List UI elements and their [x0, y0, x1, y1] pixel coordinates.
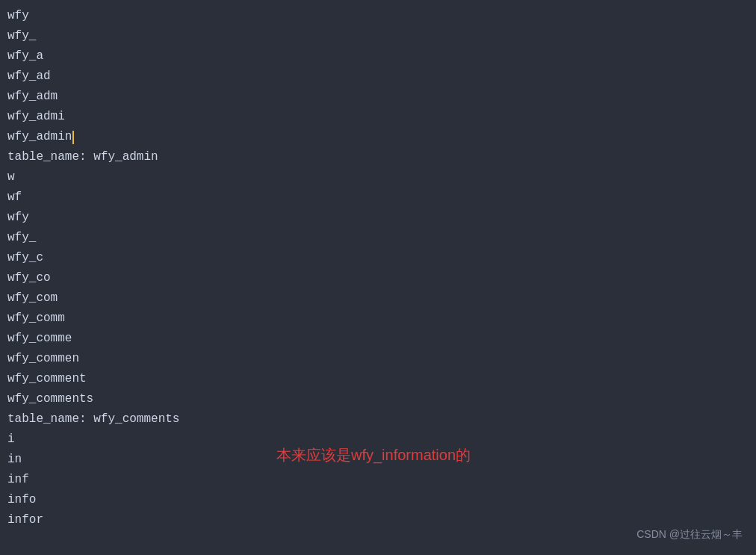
- terminal-line: wfy: [7, 208, 749, 228]
- line-text: w: [7, 167, 15, 187]
- terminal-line: wfy_comments: [7, 389, 749, 409]
- line-text: table_name: wfy_admin: [7, 147, 158, 167]
- terminal-line: table_name: wfy_admin: [7, 147, 749, 167]
- line-text: wfy_comme: [7, 329, 72, 349]
- line-text: wfy_co: [7, 268, 51, 288]
- line-text: wf: [7, 187, 22, 208]
- line-text: infor: [7, 510, 43, 530]
- line-text: wfy_ad: [7, 66, 51, 87]
- terminal-line: wfy_admin: [7, 127, 749, 147]
- line-text: wfy_comment: [7, 369, 87, 389]
- line-text: inf: [7, 470, 29, 490]
- terminal-line: wfy: [7, 6, 749, 26]
- line-text: wfy_com: [7, 288, 58, 308]
- terminal-line: wfy_comment: [7, 369, 749, 389]
- line-text: wfy_comments: [7, 389, 93, 409]
- line-text: in: [7, 450, 22, 470]
- terminal-line: wfy_c: [7, 248, 749, 268]
- line-text: wfy_comm: [7, 308, 65, 329]
- terminal-line: wfy_co: [7, 268, 749, 288]
- line-text: wfy_: [7, 228, 36, 248]
- terminal: wfywfy_wfy_awfy_adwfy_admwfy_admiwfy_adm…: [0, 0, 756, 555]
- line-text: wfy_admin: [7, 127, 72, 147]
- terminal-line: wfy_adm: [7, 87, 749, 107]
- terminal-line: wf: [7, 187, 749, 208]
- terminal-line: infor: [7, 510, 749, 530]
- terminal-line: wfy_comm: [7, 308, 749, 329]
- line-text: info: [7, 490, 36, 510]
- terminal-line: wfy_: [7, 228, 749, 248]
- terminal-line: w: [7, 167, 749, 187]
- annotation: 本来应该是wfy_information的: [276, 445, 471, 465]
- line-text: wfy_admi: [7, 107, 65, 127]
- line-text: wfy_: [7, 26, 36, 46]
- line-text: i: [7, 430, 15, 450]
- line-text: wfy_commen: [7, 349, 79, 369]
- terminal-line: wfy_commen: [7, 349, 749, 369]
- terminal-line: wfy_comme: [7, 329, 749, 349]
- line-text: wfy: [7, 208, 29, 228]
- terminal-line: info: [7, 490, 749, 510]
- terminal-line: wfy_ad: [7, 66, 749, 87]
- terminal-line: wfy_a: [7, 46, 749, 66]
- cursor: [72, 131, 74, 144]
- terminal-line: inf: [7, 470, 749, 490]
- terminal-line: wfy_com: [7, 288, 749, 308]
- line-text: wfy_a: [7, 46, 43, 66]
- watermark: CSDN @过往云烟～丰: [636, 528, 743, 542]
- line-text: wfy_c: [7, 248, 43, 268]
- terminal-line: table_name: wfy_comments: [7, 409, 749, 430]
- terminal-line: wfy_admi: [7, 107, 749, 127]
- line-text: wfy_adm: [7, 87, 58, 107]
- line-text: wfy: [7, 6, 29, 26]
- line-text: table_name: wfy_comments: [7, 409, 179, 430]
- terminal-line: wfy_: [7, 26, 749, 46]
